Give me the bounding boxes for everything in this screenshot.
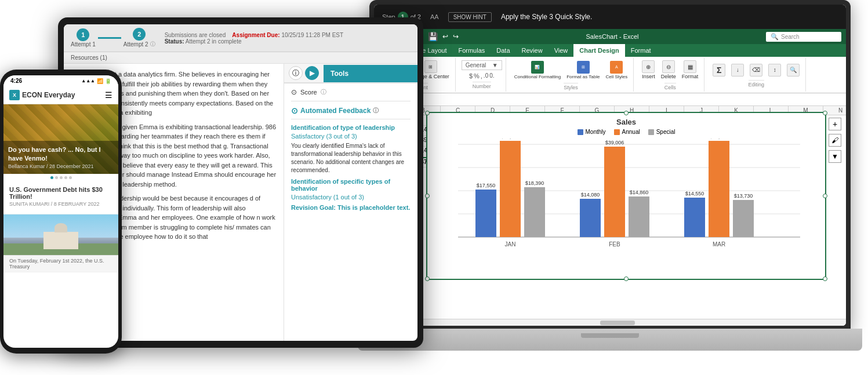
panel-feedback-header: ⊙ Automated Feedback ⓘ bbox=[291, 106, 411, 119]
wifi-icon: 📶 bbox=[97, 78, 103, 84]
comma-icon[interactable]: , bbox=[481, 72, 482, 79]
sum-icon: Σ bbox=[713, 64, 725, 77]
capitol-building bbox=[43, 232, 78, 249]
assignment-due-value: 10/25/19 11:28 PM EST bbox=[281, 32, 343, 38]
aa-label: AA bbox=[430, 13, 439, 20]
redo-icon[interactable]: ↪ bbox=[453, 32, 459, 41]
chart-handle-bl[interactable] bbox=[425, 276, 430, 281]
search-box[interactable]: 🔍 Search bbox=[766, 32, 841, 42]
horizontal-scrollbar[interactable] bbox=[388, 319, 846, 326]
panel-body[interactable]: ⊙ Score ⓘ ⊙ Automated Feedback ⓘ bbox=[284, 83, 417, 341]
capitol-dome bbox=[55, 223, 67, 232]
tab-format[interactable]: Format bbox=[625, 44, 657, 57]
number-format-dropdown[interactable]: General ▼ bbox=[462, 60, 502, 70]
feedback-check-icon: ⊙ bbox=[291, 106, 298, 115]
tab-view[interactable]: View bbox=[549, 44, 574, 57]
format-as-table-button[interactable]: ⊞ Format as Table bbox=[564, 60, 602, 81]
svg-text:$13,730: $13,730 bbox=[734, 193, 753, 199]
tab-data[interactable]: Data bbox=[491, 44, 515, 57]
dollar-icon[interactable]: $ bbox=[469, 72, 473, 79]
panel-score: ⊙ Score ⓘ bbox=[291, 88, 411, 101]
attempt1-circle: 1 bbox=[77, 28, 89, 41]
resources-label: Resources (1) bbox=[71, 54, 107, 61]
clear-button[interactable]: ⌫ bbox=[747, 63, 765, 78]
chart-handle-tl[interactable] bbox=[425, 111, 430, 115]
feedback-info-icon: ⓘ bbox=[373, 107, 379, 115]
sum-button[interactable]: Σ bbox=[710, 63, 728, 78]
cell-styles-button[interactable]: A Cell Styles bbox=[603, 60, 630, 81]
clear-icon: ⌫ bbox=[750, 64, 762, 77]
increase-decimal-icon[interactable]: .0 bbox=[484, 72, 488, 79]
phone-logo-text: ECON Everyday bbox=[22, 91, 75, 99]
editing-group-label: Editing bbox=[749, 80, 765, 88]
scrollbar-thumb[interactable] bbox=[600, 321, 635, 325]
delete-button[interactable]: ⊖ Delete bbox=[659, 59, 678, 81]
conditional-formatting-button[interactable]: 📊 Conditional Formatting bbox=[512, 60, 563, 81]
chart-handle-top[interactable] bbox=[624, 111, 629, 115]
format-button[interactable]: ▦ Format bbox=[680, 59, 701, 81]
phone: 4:26 ▲▲▲ 📶 🔋 X ECON Everyday ☰ bbox=[0, 70, 122, 354]
number-format-arrow: ▼ bbox=[492, 62, 498, 68]
phone-logo-icon: X bbox=[9, 90, 20, 100]
chart-handle-left[interactable] bbox=[425, 194, 430, 198]
chart-legend: Monthly Annual Special bbox=[432, 129, 820, 135]
laptop-base bbox=[358, 329, 862, 351]
chart-add-button[interactable]: + bbox=[829, 118, 841, 130]
resources-bar: Resources (1) bbox=[64, 52, 417, 64]
legend-special-dot bbox=[648, 129, 654, 135]
attempt2-circle: 2 bbox=[133, 28, 146, 41]
insert-icon: ⊕ bbox=[642, 60, 655, 73]
percent-icon[interactable]: % bbox=[474, 72, 480, 79]
fill-icon: ↓ bbox=[731, 64, 744, 77]
svg-text:$14,550: $14,550 bbox=[685, 191, 704, 196]
svg-text:MAR: MAR bbox=[713, 241, 725, 247]
show-hint-button[interactable]: SHOW HINT bbox=[448, 12, 492, 22]
find-select-icon: 🔍 bbox=[787, 64, 800, 77]
decrease-decimal-icon[interactable]: 0. bbox=[489, 72, 494, 79]
attempt2-label-row: Attempt 2 ⓘ bbox=[124, 41, 155, 48]
chart-handle-tr[interactable] bbox=[823, 111, 827, 115]
chart-handle-bottom[interactable] bbox=[624, 276, 629, 281]
chart-side-tools: + 🖌 ▼ bbox=[829, 118, 841, 163]
panel-nav-row: ⓘ ▶ Tools bbox=[284, 64, 417, 83]
svg-text:$17,550: $17,550 bbox=[477, 183, 496, 188]
phone-header: X ECON Everyday ☰ bbox=[3, 86, 118, 104]
phone-dot-1 bbox=[50, 176, 53, 179]
attempt1-container: 1 Attempt 1 bbox=[71, 28, 96, 48]
tab-chart-design[interactable]: Chart Design bbox=[573, 44, 624, 57]
attempt2-label: Attempt 2 bbox=[124, 41, 148, 48]
svg-text:$39,006: $39,006 bbox=[605, 140, 624, 145]
svg-text:$40,771: $40,771 bbox=[501, 139, 520, 140]
phone-dot-2 bbox=[55, 176, 58, 179]
phone-dot-4 bbox=[64, 176, 67, 179]
svg-text:$18,390: $18,390 bbox=[525, 180, 544, 186]
chart-filter-button[interactable]: ▼ bbox=[829, 150, 841, 163]
legend-monthly-label: Monthly bbox=[586, 129, 606, 135]
chart-style-button[interactable]: 🖌 bbox=[829, 134, 841, 147]
find-select-button[interactable]: 🔍 bbox=[785, 63, 802, 78]
chart-handle-right[interactable] bbox=[823, 194, 827, 198]
phone-bottom-caption: On Tuesday, February 1st 2022, the U.S. … bbox=[9, 258, 104, 270]
assignment-due-label: Assignment Due: bbox=[232, 32, 279, 38]
svg-text:JAN: JAN bbox=[505, 241, 516, 247]
status-value: Attempt 2 in complete bbox=[186, 38, 242, 45]
insert-button[interactable]: ⊕ Insert bbox=[640, 59, 658, 81]
ribbon-tabs: Draw Page Layout Formulas Data Review Vi… bbox=[374, 44, 846, 57]
feedback-section-3-title: Revision Goal: This is placeholder text. bbox=[291, 204, 411, 211]
phone-menu-icon[interactable]: ☰ bbox=[105, 90, 112, 100]
fill-button[interactable]: ↓ bbox=[729, 63, 746, 78]
phone-hero-author: Bellanca Kumar / 28 December 2021 bbox=[8, 163, 114, 169]
nav-prev-arrow[interactable]: ⓘ bbox=[289, 66, 303, 80]
tab-formulas[interactable]: Formulas bbox=[452, 44, 491, 57]
delete-label: Delete bbox=[661, 74, 676, 79]
legend-special: Special bbox=[648, 129, 675, 135]
feedback-section-2-title: Identification of specific types of beha… bbox=[291, 178, 411, 192]
phone-article-1-title: U.S. Government Debt hits $30 Trillion! bbox=[9, 186, 112, 200]
sort-filter-button[interactable]: ↕ bbox=[766, 63, 783, 78]
phone-time: 4:26 bbox=[10, 78, 22, 84]
tab-review[interactable]: Review bbox=[516, 44, 549, 57]
nav-next-arrow[interactable]: ▶ bbox=[305, 66, 319, 80]
chart-handle-br[interactable] bbox=[823, 276, 827, 281]
save-icon[interactable]: 💾 bbox=[428, 32, 438, 41]
undo-icon[interactable]: ↩ bbox=[442, 32, 448, 41]
